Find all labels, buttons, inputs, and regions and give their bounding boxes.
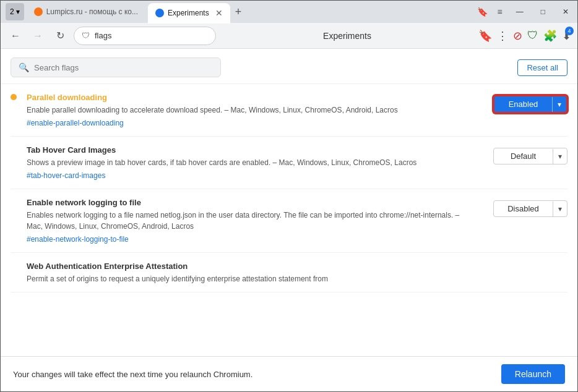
flag-control-network-logging: Disabled ▾ <box>475 198 567 217</box>
flag-content-web-auth: Web Authentication Enterprise Attestatio… <box>27 262 567 287</box>
flag-item-parallel-downloading: Parallel downloading Enable parallel dow… <box>11 84 567 137</box>
tab-close-button[interactable]: ✕ <box>215 8 223 18</box>
flag-control-tab-hover: Default ▾ <box>475 145 567 164</box>
search-input[interactable] <box>34 63 213 72</box>
flag-title-web-auth: Web Authentication Enterprise Attestatio… <box>27 262 567 271</box>
flag-item-network-logging: Enable network logging to file Enables n… <box>11 189 567 253</box>
bookmark-toolbar-icon[interactable]: 🔖 <box>478 29 492 43</box>
bookmark-icon[interactable]: 🔖 <box>477 7 488 17</box>
flag-link-tab-hover[interactable]: #tab-hover-card-images <box>27 171 105 180</box>
tab-count: 2 <box>10 7 14 16</box>
tab-inactive[interactable]: Lumpics.ru - помощь с ко... <box>27 3 145 20</box>
more-options-icon[interactable]: ⋮ <box>497 29 508 43</box>
changes-message: Your changes will take effect the next t… <box>13 370 252 379</box>
shield-green-icon[interactable]: 🛡 <box>527 29 538 42</box>
flag-desc-parallel-downloading: Enable parallel downloading to accelerat… <box>27 104 465 116</box>
titlebar-controls: 🔖 ≡ — □ ✕ <box>477 7 572 17</box>
flag-dropdown-label-parallel: Enabled <box>494 96 552 112</box>
shield-icon: 🛡 <box>82 31 90 40</box>
flag-title-network-logging: Enable network logging to file <box>27 198 465 207</box>
flags-list: Parallel downloading Enable parallel dow… <box>1 84 577 356</box>
dropdown-arrow-network: ▾ <box>553 202 567 216</box>
flag-highlight-dot <box>11 94 17 100</box>
tab-favicon-inactive <box>34 7 43 16</box>
flag-title-tab-hover: Tab Hover Card Images <box>27 145 465 155</box>
bottom-bar: Your changes will take effect the next t… <box>1 356 577 391</box>
forward-button[interactable]: → <box>29 27 46 45</box>
close-button[interactable]: ✕ <box>559 7 572 16</box>
address-bar[interactable]: 🛡 flags <box>74 27 216 45</box>
search-bar-row: 🔍 Reset all <box>1 49 577 84</box>
reload-button[interactable]: ↻ <box>51 27 69 45</box>
tab-group: 2 ▾ Lumpics.ru - помощь с ко... Experime… <box>6 2 472 22</box>
menu-icon[interactable]: ≡ <box>498 7 503 17</box>
tab-active-label: Experiments <box>168 9 209 17</box>
flag-content-tab-hover: Tab Hover Card Images Shows a preview im… <box>27 145 465 180</box>
flag-link-parallel-downloading[interactable]: #enable-parallel-downloading <box>27 119 124 127</box>
page-title: Experiments <box>221 31 473 41</box>
address-text: flags <box>95 31 111 40</box>
download-badge: 4 <box>565 27 574 35</box>
dropdown-arrow-tab-hover: ▾ <box>553 149 567 164</box>
tab-favicon-active <box>155 9 164 17</box>
relaunch-button[interactable]: Relaunch <box>501 364 565 384</box>
extensions-icon[interactable]: 🧩 <box>543 29 557 43</box>
flag-dropdown-parallel-downloading[interactable]: Enabled ▾ <box>493 95 567 113</box>
flag-desc-tab-hover: Shows a preview image in tab hover cards… <box>27 157 465 168</box>
search-box[interactable]: 🔍 <box>11 58 221 77</box>
flag-dropdown-label-network: Disabled <box>494 201 553 216</box>
security-icon[interactable]: ⊘ <box>513 29 522 43</box>
search-icon: 🔍 <box>19 62 29 72</box>
flag-content-network-logging: Enable network logging to file Enables n… <box>27 198 465 244</box>
flag-content-parallel-downloading: Parallel downloading Enable parallel dow… <box>27 93 465 127</box>
tab-inactive-label: Lumpics.ru - помощь с ко... <box>46 7 138 16</box>
flag-item-tab-hover: Tab Hover Card Images Shows a preview im… <box>11 137 567 189</box>
tab-counter[interactable]: 2 ▾ <box>6 3 24 20</box>
content-area: 🔍 Reset all Parallel downloading Enable … <box>1 49 577 356</box>
back-button[interactable]: ← <box>7 27 24 45</box>
chevron-down-icon: ▾ <box>16 7 20 16</box>
tab-active[interactable]: Experiments ✕ <box>148 3 230 23</box>
flag-dropdown-tab-hover[interactable]: Default ▾ <box>493 148 567 164</box>
flag-dropdown-label-tab-hover: Default <box>494 148 553 164</box>
toolbar: ← → ↻ 🛡 flags Experiments 🔖 ⋮ ⊘ 🛡 🧩 ⬇ 4 <box>1 23 577 49</box>
restore-button[interactable]: □ <box>537 7 549 16</box>
titlebar: 2 ▾ Lumpics.ru - помощь с ко... Experime… <box>1 1 577 23</box>
flag-item-web-auth: Web Authentication Enterprise Attestatio… <box>11 253 567 292</box>
minimize-button[interactable]: — <box>512 7 527 16</box>
dropdown-arrow-parallel: ▾ <box>552 97 566 112</box>
flag-dropdown-network-logging[interactable]: Disabled ▾ <box>493 200 567 217</box>
new-tab-button[interactable]: + <box>233 6 244 19</box>
flag-desc-web-auth: Permit a set of origins to request a uni… <box>27 273 567 284</box>
reset-all-button[interactable]: Reset all <box>517 59 567 76</box>
download-icon-wrapper[interactable]: ⬇ 4 <box>562 29 571 43</box>
flag-desc-network-logging: Enables network logging to a file named … <box>27 210 465 232</box>
toolbar-right: 🔖 ⋮ ⊘ 🛡 🧩 ⬇ 4 <box>478 29 571 43</box>
flag-control-parallel-downloading: Enabled ▾ <box>475 93 567 113</box>
flag-title-parallel-downloading: Parallel downloading <box>27 93 465 102</box>
flag-link-network-logging[interactable]: #enable-network-logging-to-file <box>27 235 129 244</box>
